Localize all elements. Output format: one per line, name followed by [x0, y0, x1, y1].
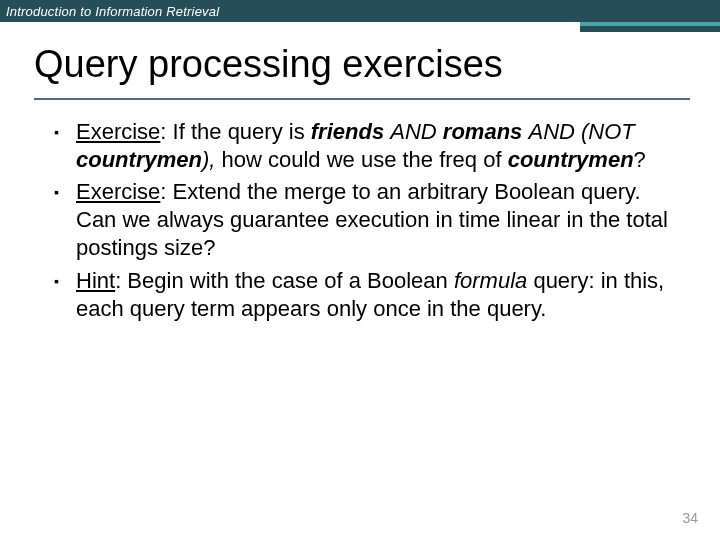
list-item-text: Hint: Begin with the case of a Boolean f…	[76, 267, 684, 323]
bullet-lead: Exercise	[76, 119, 160, 144]
list-item-text: Exercise: If the query is friends AND ro…	[76, 118, 684, 174]
bullet-icon: ▪	[54, 267, 76, 323]
bullet-lead: Exercise	[76, 179, 160, 204]
course-title: Introduction to Information Retrieval	[0, 4, 219, 19]
bullet-icon: ▪	[54, 178, 76, 262]
list-item-text: Exercise: Extend the merge to an arbitra…	[76, 178, 684, 262]
header-accent-strip	[580, 22, 720, 26]
title-area: Query processing exercises	[0, 22, 720, 92]
bullet-body: Extend the merge to an arbitrary Boolean…	[76, 179, 668, 260]
header-right-block	[580, 0, 720, 32]
content-area: ▪ Exercise: If the query is friends AND …	[0, 100, 720, 323]
bullet-lead: Hint	[76, 268, 115, 293]
bullet-body: If the query is friends AND romans AND (…	[76, 119, 646, 172]
page-title: Query processing exercises	[34, 44, 690, 86]
list-item: ▪ Hint: Begin with the case of a Boolean…	[54, 267, 684, 323]
list-item: ▪ Exercise: Extend the merge to an arbit…	[54, 178, 684, 262]
list-item: ▪ Exercise: If the query is friends AND …	[54, 118, 684, 174]
bullet-icon: ▪	[54, 118, 76, 174]
page-number: 34	[682, 510, 698, 526]
bullet-body: Begin with the case of a Boolean formula…	[76, 268, 664, 321]
slide: Introduction to Information Retrieval Qu…	[0, 0, 720, 540]
